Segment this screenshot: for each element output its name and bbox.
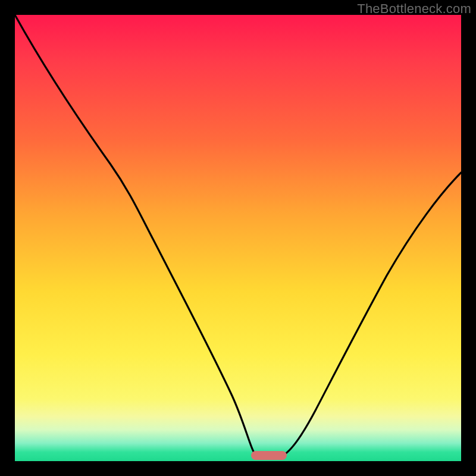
curve-path: [15, 15, 461, 456]
watermark-text: TheBottleneck.com: [357, 1, 471, 17]
optimal-range-marker: [251, 451, 287, 460]
plot-area: [15, 15, 461, 461]
chart-frame: TheBottleneck.com: [0, 0, 476, 476]
bottleneck-curve: [15, 15, 461, 461]
